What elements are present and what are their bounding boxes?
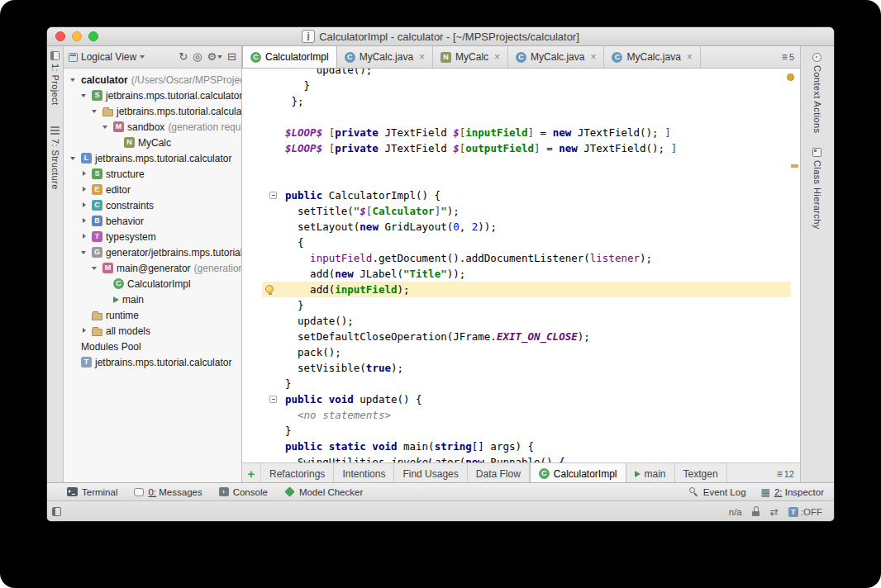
code-line[interactable]: } <box>242 297 800 313</box>
code-line[interactable]: public void update() { <box>242 391 800 407</box>
code-line[interactable] <box>242 109 800 125</box>
bottom-tab-intentions[interactable]: Intentions <box>334 463 394 484</box>
code-line[interactable] <box>242 172 800 187</box>
arrows-icon[interactable]: ⇄ <box>770 506 779 518</box>
hidden-tabs-control[interactable]: ≡ 5 <box>776 46 800 68</box>
tree-item[interactable]: NMyCalc <box>64 135 241 150</box>
code-line[interactable]: inputField.getDocument().addDocumentList… <box>242 250 800 266</box>
intention-bulb-icon[interactable] <box>265 285 274 293</box>
view-selector[interactable]: Logical View <box>81 51 136 63</box>
toolwindow-toggle-icon[interactable] <box>52 507 61 516</box>
expand-arrow[interactable] <box>69 154 78 163</box>
tree-item[interactable]: Modules Pool <box>64 339 241 354</box>
expand-arrow[interactable] <box>79 169 88 178</box>
tree-item[interactable]: calculator (/Users/Oscar/MPSProjects/cal… <box>64 72 241 88</box>
title-bar[interactable]: j CalculatorImpl - calculator - [~/MPSPr… <box>47 27 834 46</box>
tool-button-structure[interactable]: 7: Structure <box>50 126 60 190</box>
code-line[interactable]: public static void main(string[] args) { <box>242 439 800 454</box>
fold-marker[interactable] <box>269 396 277 403</box>
statusbar-messages[interactable]: 0: Messages <box>134 487 202 497</box>
editor[interactable]: update(); } };$LOOP$ [private JTextField… <box>242 69 800 462</box>
tree-item[interactable]: jetbrains.mps.tutorial.calculator <box>64 103 241 119</box>
statusbar-terminal[interactable]: Terminal <box>67 487 117 497</box>
bottom-hidden-tabs-control[interactable]: ≡ 12 <box>771 463 800 484</box>
statusbar-console[interactable]: Console <box>219 487 268 497</box>
tree-item[interactable]: Eeditor <box>64 182 241 197</box>
expand-arrow[interactable] <box>69 75 78 84</box>
tree-item[interactable]: Ljetbrains.mps.tutorial.calculator <box>64 150 241 166</box>
code-line[interactable]: } <box>242 423 800 439</box>
settings-gear-icon[interactable]: ⚙ <box>205 50 224 64</box>
code-line[interactable]: add(new JLabel("Title")); <box>242 266 800 282</box>
tool-button-class-hierarchy[interactable]: Class Hierarchy <box>812 148 822 230</box>
statusbar-model-checker[interactable]: Model Checker <box>284 487 363 497</box>
collapse-all-icon[interactable]: ⊟ <box>226 50 238 64</box>
tool-button-project[interactable]: 1: Project <box>50 51 60 105</box>
tree-item[interactable]: all models <box>64 323 241 339</box>
expand-arrow[interactable] <box>79 232 88 241</box>
tree-item[interactable]: Bbehavior <box>64 213 241 229</box>
expand-arrow[interactable] <box>101 122 110 131</box>
code-line[interactable]: update(); <box>242 313 800 329</box>
locate-icon[interactable]: ◎ <box>191 50 203 64</box>
tree-item[interactable]: Sstructure <box>64 166 241 182</box>
bottom-tab-data-flow[interactable]: Data Flow <box>468 463 530 484</box>
warning-stripe-mark[interactable] <box>791 164 798 168</box>
minimize-button[interactable] <box>72 31 82 41</box>
code-line[interactable]: } <box>242 78 800 93</box>
tree-item[interactable]: Cconstraints <box>64 197 241 213</box>
code-line[interactable]: } <box>242 376 800 391</box>
code-line[interactable]: SwingUtilities.invokeLater(new Runnable(… <box>242 454 800 462</box>
close-icon[interactable]: × <box>590 52 596 62</box>
code-line[interactable]: }; <box>242 93 800 109</box>
tree-item[interactable]: Msandbox (generation required) <box>64 119 241 135</box>
code-line[interactable]: pack(); <box>242 344 800 360</box>
bottom-tab-main[interactable]: main <box>626 463 675 484</box>
code-line[interactable]: update(); <box>242 69 800 78</box>
expand-arrow[interactable] <box>79 216 88 225</box>
code-line[interactable]: setDefaultCloseOperation(JFrame.EXIT_ON_… <box>242 329 800 344</box>
editor-tab-mycalc[interactable]: NMyCalc× <box>433 46 508 68</box>
expand-arrow[interactable] <box>90 107 99 116</box>
close-button[interactable] <box>55 31 65 41</box>
code-line[interactable]: $LOOP$ [private JTextField $[inputField]… <box>242 125 800 140</box>
code-line[interactable]: { <box>242 235 800 250</box>
caret-position[interactable]: n/a <box>729 507 742 517</box>
code-line[interactable]: add(inputField); <box>242 282 800 297</box>
editor-tab-mycalc-java[interactable]: CMyCalc.java× <box>604 46 700 68</box>
sync-icon[interactable]: ↻ <box>177 50 189 64</box>
code-line[interactable]: <no statements> <box>242 407 800 423</box>
tree-item[interactable]: Sjetbrains.mps.tutorial.calculator <box>64 88 241 103</box>
editor-tab-calculatorimpl[interactable]: CCalculatorImpl <box>242 46 337 68</box>
bottom-tab-calculatorimpl[interactable]: CCalculatorImpl <box>530 463 626 484</box>
statusbar-event-log[interactable]: Event Log <box>688 486 746 497</box>
code-line[interactable]: setVisible(true); <box>242 360 800 376</box>
expand-arrow[interactable] <box>79 185 88 194</box>
code-line[interactable]: setLayout(new GridLayout(0, 2)); <box>242 219 800 235</box>
close-icon[interactable]: × <box>687 52 693 62</box>
close-icon[interactable]: × <box>419 52 425 62</box>
tree-item[interactable]: runtime <box>64 307 241 323</box>
tree-item[interactable]: Ttypesystem <box>64 229 241 244</box>
zoom-button[interactable] <box>88 31 98 41</box>
bottom-tab-refactorings[interactable]: Refactorings <box>261 463 334 484</box>
add-tab-button[interactable]: + <box>242 463 261 484</box>
inspection-indicator-icon[interactable] <box>787 74 794 81</box>
tree-item[interactable]: Ggenerator/jetbrains.mps.tutorial.calcul… <box>64 244 241 260</box>
code-line[interactable] <box>242 156 800 172</box>
fold-marker[interactable] <box>269 192 277 199</box>
tree-item[interactable]: CCalculatorImpl <box>64 276 241 292</box>
bottom-tab-find-usages[interactable]: Find Usages <box>394 463 467 484</box>
tree-item[interactable]: Tjetbrains.mps.tutorial.calculator <box>64 354 241 370</box>
editor-tab-mycalc-java[interactable]: CMyCalc.java× <box>337 46 433 68</box>
expand-arrow[interactable] <box>79 326 88 335</box>
close-icon[interactable]: × <box>494 52 500 62</box>
expand-arrow[interactable] <box>79 201 88 210</box>
statusbar-inspector[interactable]: 2: Inspector <box>761 487 824 497</box>
code-line[interactable]: public CalculatorImpl() { <box>242 187 800 203</box>
tool-button-context-actions[interactable]: Context Actions <box>812 53 822 133</box>
lock-icon[interactable] <box>752 506 760 517</box>
tree-item[interactable]: main <box>64 292 241 307</box>
tree-item[interactable]: Mmain@generator (generation required) <box>64 260 241 276</box>
expand-arrow[interactable] <box>90 263 99 273</box>
